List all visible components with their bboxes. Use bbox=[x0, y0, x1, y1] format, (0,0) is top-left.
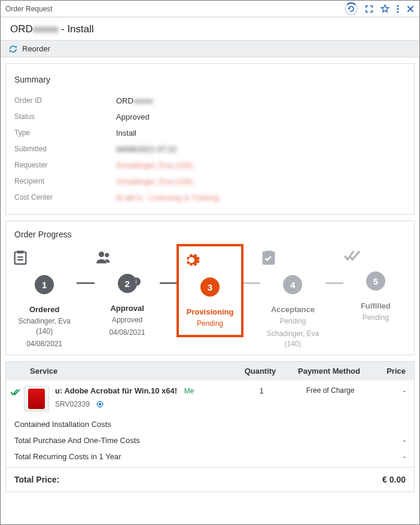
connector bbox=[77, 282, 95, 284]
page-title: ORDxxxxx - Install bbox=[10, 23, 410, 35]
checkmark-icon bbox=[6, 386, 24, 396]
type-label: Type bbox=[14, 129, 116, 138]
star-icon[interactable] bbox=[381, 4, 389, 13]
quantity-value: 1 bbox=[235, 386, 288, 395]
svg-point-3 bbox=[99, 252, 104, 257]
service-code: SRV02339 bbox=[55, 400, 90, 408]
total-value: € 0.00 bbox=[382, 475, 406, 484]
progress-card: Order Progress 1 Ordered Schadinger, Eva… bbox=[5, 221, 415, 355]
costcenter-value: M abt b - Licensing & Training bbox=[116, 193, 219, 202]
step-fulfilled: 5 Fulfilled Pending bbox=[343, 249, 408, 323]
summary-card: Summary Order ID ORDxxxxx StatusApproved… bbox=[5, 63, 415, 215]
requester-label: Requester bbox=[14, 161, 116, 170]
close-icon[interactable] bbox=[406, 5, 415, 13]
svg-point-4 bbox=[105, 253, 109, 257]
content: ORDxxxxx - Install Reorder Summary Order… bbox=[1, 17, 419, 524]
recipient-label: Recipient bbox=[14, 177, 116, 186]
info-badge-icon[interactable]: i bbox=[132, 277, 141, 286]
svg-point-1 bbox=[397, 8, 398, 10]
th-price: Price bbox=[371, 367, 414, 376]
connector bbox=[160, 282, 178, 284]
onetime-costs-row: Total Purchase And One-Time Costs- bbox=[6, 432, 414, 448]
step-sub2: 04/08/2021 bbox=[95, 328, 159, 338]
requester-value: Schadinger, Eva (140) bbox=[116, 161, 193, 170]
service-thumbnail bbox=[24, 386, 49, 411]
order-request-window: Order Request ORDxxxxx - Install bbox=[0, 0, 420, 525]
svg-point-6 bbox=[99, 404, 101, 406]
step-number: 4 bbox=[283, 275, 302, 294]
me-badge: Me bbox=[184, 387, 194, 395]
step-sub2: Schadinger, Eva (140) bbox=[260, 329, 325, 349]
reorder-bar[interactable]: Reorder bbox=[1, 40, 419, 57]
window-title: Order Request bbox=[5, 5, 53, 13]
contained-costs-row: Contained Installation Costs bbox=[6, 416, 414, 432]
active-step-frame: 3 Provisioning Pending bbox=[176, 244, 244, 337]
step-title: Acceptance bbox=[260, 305, 325, 314]
total-row: Total Price: € 0.00 bbox=[6, 467, 414, 492]
step-acceptance: 4 Acceptance Pending Schadinger, Eva (14… bbox=[260, 249, 325, 349]
step-sub1: Pending bbox=[343, 313, 408, 323]
svg-point-0 bbox=[397, 5, 398, 7]
step-title: Ordered bbox=[12, 305, 77, 314]
titlebar-actions bbox=[345, 2, 415, 16]
th-service: Service bbox=[6, 367, 233, 376]
submitted-label: Submitted bbox=[14, 145, 116, 154]
titlebar: Order Request bbox=[1, 1, 419, 17]
step-sub2: 04/08/2021 bbox=[12, 339, 77, 349]
payment-value: Free of Charge bbox=[288, 386, 372, 395]
step-title: Provisioning bbox=[182, 307, 238, 316]
fullscreen-icon[interactable] bbox=[365, 5, 373, 13]
table-row: u: Adobe Acrobat für Win.10 x64! Me SRV0… bbox=[6, 380, 414, 416]
price-value: - bbox=[372, 386, 414, 395]
step-sub1: Approved bbox=[95, 315, 159, 325]
people-icon bbox=[95, 249, 159, 265]
connector bbox=[325, 282, 343, 284]
reorder-label: Reorder bbox=[22, 44, 50, 53]
page-header: ORDxxxxx - Install bbox=[1, 17, 419, 40]
recipient-value: Schadinger, Eva (140) bbox=[116, 177, 193, 186]
step-number: 3 bbox=[200, 277, 220, 297]
th-payment: Payment Method bbox=[287, 367, 371, 376]
target-icon[interactable] bbox=[96, 400, 104, 408]
connector bbox=[242, 282, 260, 284]
step-title: Fulfilled bbox=[343, 301, 408, 310]
progress-steps: 1 Ordered Schadinger, Eva (140) 04/08/20… bbox=[12, 244, 408, 349]
status-label: Status bbox=[14, 112, 116, 121]
refresh-icon[interactable] bbox=[345, 2, 358, 16]
order-id-value: ORDxxxxx bbox=[116, 96, 153, 105]
progress-heading: Order Progress bbox=[12, 230, 408, 244]
status-value: Approved bbox=[116, 112, 150, 121]
svg-point-2 bbox=[397, 11, 398, 13]
step-number: 1 bbox=[35, 275, 54, 294]
service-table: Service Quantity Payment Method Price u:… bbox=[5, 361, 415, 492]
table-header: Service Quantity Payment Method Price bbox=[6, 362, 414, 380]
step-sub1: Schadinger, Eva (140) bbox=[12, 316, 77, 337]
check-clipboard-icon bbox=[260, 249, 325, 267]
step-ordered: 1 Ordered Schadinger, Eva (140) 04/08/20… bbox=[12, 249, 77, 349]
clipboard-icon bbox=[12, 249, 77, 267]
more-icon[interactable] bbox=[397, 5, 399, 13]
total-label: Total Price: bbox=[14, 475, 59, 484]
service-code-row: SRV02339 bbox=[55, 400, 235, 408]
type-value: Install bbox=[116, 129, 136, 138]
service-cell: u: Adobe Acrobat für Win.10 x64! Me SRV0… bbox=[55, 386, 235, 408]
step-title: Approval bbox=[95, 304, 159, 313]
costcenter-label: Cost Center bbox=[14, 193, 116, 202]
step-provisioning: 3 Provisioning Pending bbox=[178, 249, 242, 332]
step-approval: i 2 Approval Approved 04/08/2021 bbox=[95, 249, 159, 338]
summary-heading: Summary bbox=[14, 75, 406, 84]
order-id-label: Order ID bbox=[14, 96, 116, 105]
submitted-value: 04/08/2021 07:22 bbox=[116, 145, 176, 154]
double-check-icon bbox=[343, 249, 408, 263]
recurring-costs-row: Total Recurring Costs in 1 Year- bbox=[6, 448, 414, 465]
service-name: u: Adobe Acrobat für Win.10 x64! Me bbox=[55, 386, 235, 395]
th-quantity: Quantity bbox=[233, 367, 287, 376]
reorder-icon bbox=[9, 45, 17, 53]
step-number: 5 bbox=[366, 271, 385, 291]
gear-icon bbox=[182, 251, 238, 269]
step-sub1: Pending bbox=[260, 316, 325, 326]
step-sub1: Pending bbox=[182, 319, 238, 329]
